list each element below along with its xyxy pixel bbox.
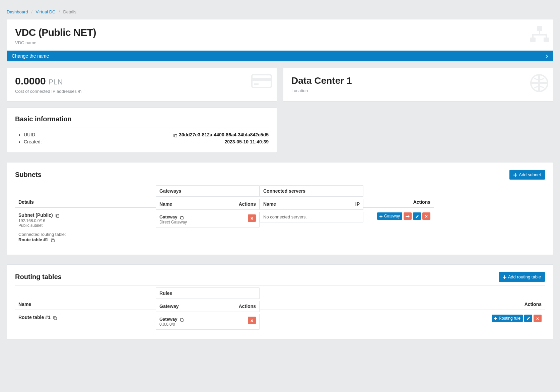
add-subnet-button[interactable]: Add subnet <box>509 170 545 180</box>
copy-icon[interactable] <box>51 237 55 243</box>
created-value: 2023-05-10 11:40:39 <box>224 139 269 144</box>
svg-rect-12 <box>174 135 177 137</box>
gateway-actions-header: Actions <box>232 199 259 210</box>
location-label: Location <box>291 88 545 93</box>
svg-rect-11 <box>538 75 540 91</box>
change-name-label: Change the name <box>12 53 49 59</box>
network-icon <box>529 25 550 44</box>
subnet-name: Subnet (Public) <box>18 212 53 218</box>
gateways-header: Gateways <box>156 186 259 197</box>
delete-routing-table-button[interactable] <box>534 315 542 322</box>
server-name-header: Name <box>260 199 330 210</box>
delete-gateway-button[interactable] <box>248 214 256 222</box>
breadcrumb-sep: / <box>31 9 32 14</box>
uuid-label: UUID: <box>24 132 37 137</box>
no-connected-servers: No connected servers. <box>260 212 363 222</box>
cost-currency: PLN <box>49 78 63 86</box>
cost-label: Cost of connected IP addresses /h <box>15 89 269 94</box>
server-ip-header: IP <box>330 199 363 210</box>
subnets-title: Subnets <box>15 171 42 179</box>
rules-gateway-header: Gateway <box>156 301 232 312</box>
details-col-header: Details <box>15 197 156 208</box>
plus-icon <box>379 214 382 218</box>
breadcrumb: Dashboard / Virtual DC / Details <box>7 7 553 19</box>
gateway-name: Gateway <box>159 214 177 219</box>
uuid-value: 30dd27e3-812a-4400-86a4-34bfa842c5d5 <box>179 132 269 137</box>
routing-tables-panel: Routing tables Add routing table Rules N… <box>7 264 553 339</box>
svg-rect-15 <box>56 215 59 217</box>
svg-rect-7 <box>252 75 271 87</box>
svg-rect-4 <box>532 34 547 36</box>
connected-servers-header: Connected servers <box>260 186 363 197</box>
add-routing-rule-button[interactable]: Routing rule <box>492 315 523 322</box>
subnet-actions-header: Actions <box>363 197 434 208</box>
plus-icon <box>513 172 517 177</box>
svg-rect-17 <box>181 217 183 219</box>
routing-tables-title: Routing tables <box>15 273 62 281</box>
gateway-name-header: Name <box>156 199 232 210</box>
chevron-right-icon <box>546 54 548 58</box>
close-icon <box>250 216 254 220</box>
subnet-details-cell: Subnet (Public) 192.168.0.0/16 Public su… <box>15 210 156 245</box>
svg-rect-21 <box>503 277 506 277</box>
copy-icon[interactable] <box>180 317 184 322</box>
breadcrumb-dashboard[interactable]: Dashboard <box>7 9 28 14</box>
subnet-cidr: 192.168.0.0/16 <box>18 218 152 223</box>
subnets-panel: Subnets Add subnet Gateways Connected se… <box>7 162 553 255</box>
add-gateway-button[interactable]: Gateway <box>377 212 402 220</box>
page-title: VDC (Public NET) <box>15 27 545 38</box>
breadcrumb-virtual-dc[interactable]: Virtual DC <box>36 9 55 14</box>
rules-header: Rules <box>156 288 259 299</box>
basic-info-card: Basic information UUID: 30dd27e3-812a-44… <box>7 108 277 153</box>
copy-icon[interactable] <box>53 315 57 320</box>
add-routing-table-label: Add routing table <box>508 274 541 279</box>
close-icon <box>425 214 428 218</box>
connected-routing-label: Connected routing table: <box>18 232 152 237</box>
copy-icon[interactable] <box>180 215 184 220</box>
credit-card-icon <box>250 73 273 89</box>
copy-icon[interactable] <box>55 213 60 218</box>
arrow-right-icon <box>406 214 410 218</box>
basic-info-title: Basic information <box>15 115 269 123</box>
close-icon <box>536 316 539 321</box>
cost-value: 0.0000 <box>15 75 46 86</box>
svg-rect-25 <box>494 318 497 319</box>
globe-icon <box>529 73 550 93</box>
add-subnet-label: Add subnet <box>519 172 541 177</box>
pencil-icon <box>415 214 419 218</box>
edit-subnet-button[interactable] <box>413 212 421 220</box>
svg-rect-6 <box>546 34 547 38</box>
add-gateway-label: Gateway <box>384 214 400 218</box>
breadcrumb-sep: / <box>59 9 60 14</box>
copy-icon[interactable] <box>173 132 178 138</box>
add-routing-table-button[interactable]: Add routing table <box>499 272 545 282</box>
pencil-icon <box>527 316 530 321</box>
connected-routing-name: Route table #1 <box>18 237 48 242</box>
page-subtitle: VDC name <box>15 40 545 45</box>
cost-card: 0.0000 PLN Cost of connected IP addresse… <box>7 68 277 102</box>
header-card: VDC (Public NET) VDC name Change the nam… <box>7 19 553 62</box>
svg-rect-23 <box>181 319 183 321</box>
change-name-bar[interactable]: Change the name <box>7 51 553 61</box>
svg-rect-14 <box>513 175 517 176</box>
edit-routing-table-button[interactable] <box>524 315 532 322</box>
delete-rule-button[interactable] <box>248 317 256 324</box>
close-icon <box>250 318 254 323</box>
svg-rect-2 <box>544 38 549 42</box>
gateway-type: Direct Gateway <box>159 220 229 224</box>
svg-rect-9 <box>254 83 259 85</box>
add-routing-rule-label: Routing rule <box>499 316 520 321</box>
svg-rect-3 <box>539 31 540 34</box>
svg-rect-22 <box>54 317 56 320</box>
rules-actions-header: Actions <box>232 301 259 312</box>
svg-rect-1 <box>530 38 536 42</box>
svg-rect-19 <box>379 216 382 217</box>
route-table-name: Route table #1 <box>18 315 51 320</box>
delete-subnet-button[interactable] <box>422 212 430 220</box>
breadcrumb-current: Details <box>63 9 76 14</box>
datacenter-name: Data Center 1 <box>291 75 545 86</box>
svg-rect-5 <box>532 34 534 38</box>
svg-rect-0 <box>537 26 542 31</box>
svg-rect-8 <box>252 78 271 81</box>
detach-button[interactable] <box>404 212 412 220</box>
